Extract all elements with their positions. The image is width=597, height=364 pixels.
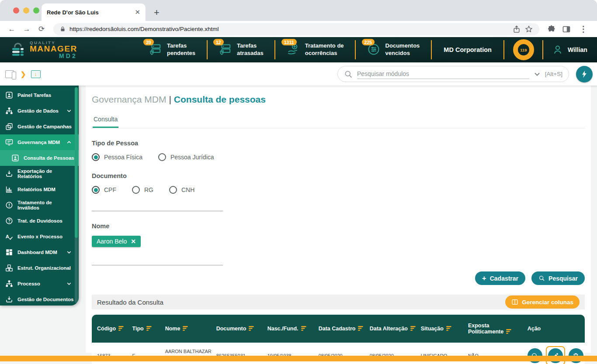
lock-icon [59,26,66,32]
sidebar: Painel Tarefas Gestão de Dados Gestão de… [0,86,79,306]
browser-window: Rede D'or São Luis ✕ + ← → ⟳ https://red… [0,0,597,364]
sort-icon[interactable] [118,326,125,331]
close-window-button[interactable] [13,7,19,14]
col-nome[interactable]: Nome [165,326,216,332]
user-menu[interactable]: Willian [552,44,587,55]
gauge-ring[interactable]: 119 [513,39,534,60]
window-layout-icon[interactable] [5,70,14,78]
forward-icon[interactable]: → [20,25,33,34]
sidebar-item-governanca-mdm[interactable]: Governança MDM [0,134,79,150]
sidebar-item-consulta-pessoas[interactable]: Consulta de Pessoas [0,150,79,166]
radio-unselected-icon [158,153,166,161]
reload-icon[interactable]: ⟳ [35,24,48,34]
cadastrar-button[interactable]: + Cadastrar [475,271,525,285]
download-icon [5,170,13,178]
documento-label: Documento [92,172,585,179]
documento-input[interactable] [92,202,223,211]
col-data-alteracao[interactable]: Data Alteração [370,326,421,332]
bottom-accent-bar [0,356,597,361]
question-circle-icon [5,217,13,225]
bookmark-star-icon[interactable] [524,25,533,34]
maximize-window-button[interactable] [33,7,39,14]
sidebar-scrollbar[interactable] [75,87,78,303]
plus-icon: + [482,275,486,282]
col-data-cadastro[interactable]: Data Cadastro [319,326,370,332]
search-input[interactable] [357,69,529,79]
sidebar-item-estrut-organizacional[interactable]: Estrut. Organizacional [0,260,79,276]
sort-icon[interactable] [183,326,189,331]
chevron-down-icon[interactable] [534,71,541,78]
sidebar-item-dashboard-mdm[interactable]: Dashboard MDM [0,244,79,260]
module-import-icon[interactable] [31,70,41,78]
radio-selected-icon [92,186,100,194]
col-situacao[interactable]: Situação [421,326,468,332]
sidebar-item-processo[interactable]: Processo [0,276,79,292]
monitor-icon [5,138,13,146]
bar-chart-icon [5,185,13,193]
new-tab-button[interactable]: + [154,8,160,17]
sort-icon[interactable] [358,326,364,331]
search-form: Tipo de Pessoa Pessoa Física Pessoa Jurí… [92,140,585,265]
tab-bar: Consulta [92,115,585,128]
sidebar-item-gestao-dados[interactable]: Gestão de Dados [0,103,79,119]
nav-tarefas-atrasadas[interactable]: 12 Tarefasatrasadas [216,42,266,57]
sidebar-item-evento-processo[interactable]: Evento x Processo [0,229,79,244]
col-documento[interactable]: Documento [216,326,267,332]
col-exposta-politicamente[interactable]: Exposta Politicamente [468,323,528,335]
sort-icon[interactable] [301,326,308,331]
radio-selected-icon [92,153,100,161]
share-icon[interactable] [512,25,521,34]
tipo-pessoa-label: Tipo de Pessoa [92,140,585,147]
window-controls[interactable] [13,7,39,14]
sidebar-item-gestao-campanhas[interactable]: Gestão de Campanhas [0,119,79,134]
address-bar[interactable]: https://rededorsãoluis.com/Demonstrativo… [53,23,539,35]
radio-cnh[interactable]: CNH [169,186,194,194]
nav-tratamento-ocorrencias[interactable]: 1311 Tratamento deocorrências [284,42,347,57]
sort-icon[interactable] [146,326,153,331]
tab-close-icon[interactable]: ✕ [135,8,140,16]
quick-actions-button[interactable] [576,66,593,82]
nome-input[interactable] [92,256,223,265]
hierarchy-icon [5,280,13,288]
radio-pessoa-fisica[interactable]: Pessoa Física [92,153,142,161]
pesquisar-button[interactable]: Pesquisar [531,271,585,285]
minimize-window-button[interactable] [23,7,29,14]
sidebar-item-relatorios-mdm[interactable]: Relatórios MDM [0,182,79,197]
scrollbar-thumb[interactable] [75,87,78,238]
sidebar-item-trat-duvidosos[interactable]: Trat. de Duvidosos [0,213,79,229]
sidebar-item-gestao-documentos[interactable]: Gestão de Documentos [0,292,79,307]
a-check-icon [5,233,13,240]
col-nascimento[interactable]: Nasc./Fund. [267,326,319,332]
sort-icon[interactable] [249,326,255,331]
module-search[interactable]: [Alt+S] [337,66,569,82]
cubes-icon [5,264,13,272]
col-tipo[interactable]: Tipo [132,326,165,332]
col-codigo[interactable]: Código [97,326,132,332]
copy-icon [5,123,13,130]
sidebar-item-exportacao-relatorios[interactable]: Exportação de Relatórios [0,166,79,182]
header-divider [542,40,543,59]
extensions-icon[interactable] [547,25,556,34]
nav-tarefas-pendentes[interactable]: 39 Tarefaspendentes [146,42,198,57]
app-toolbar: ❯ [Alt+S] [0,62,597,86]
table-header: Código Tipo Nome Documento Nasc./Fund. D… [92,315,585,343]
radio-cpf[interactable]: CPF [92,186,116,194]
radio-rg[interactable]: RG [132,186,153,194]
gerenciar-colunas-button[interactable]: Gerenciar colunas [505,295,580,309]
badge-ocorrencias: 1311 [281,39,297,45]
tab-consulta[interactable]: Consulta [93,116,118,128]
sidebar-item-painel-tarefas[interactable]: Painel Tarefas [0,87,79,103]
browser-tab[interactable]: Rede D'or São Luis ✕ [42,3,146,21]
nav-documentos-vencidos[interactable]: 225 Documentosvencidos [364,42,423,57]
sort-icon[interactable] [506,329,513,334]
sidebar-item-tratamento-invalidos[interactable]: Tratamento de Inválidos [0,197,79,213]
chip-remove-icon[interactable]: ✕ [131,238,136,245]
browser-menu-icon[interactable]: ⋮ [577,24,590,34]
columns-icon [511,299,518,306]
sort-icon[interactable] [410,326,417,331]
sort-icon[interactable] [446,326,453,331]
back-icon[interactable]: ← [5,25,18,34]
app-header: QUALITY MANAGER MD2 39 Tarefaspendentes … [0,37,597,62]
side-panel-icon[interactable] [562,25,571,34]
radio-pessoa-juridica[interactable]: Pessoa Jurídica [158,153,214,161]
